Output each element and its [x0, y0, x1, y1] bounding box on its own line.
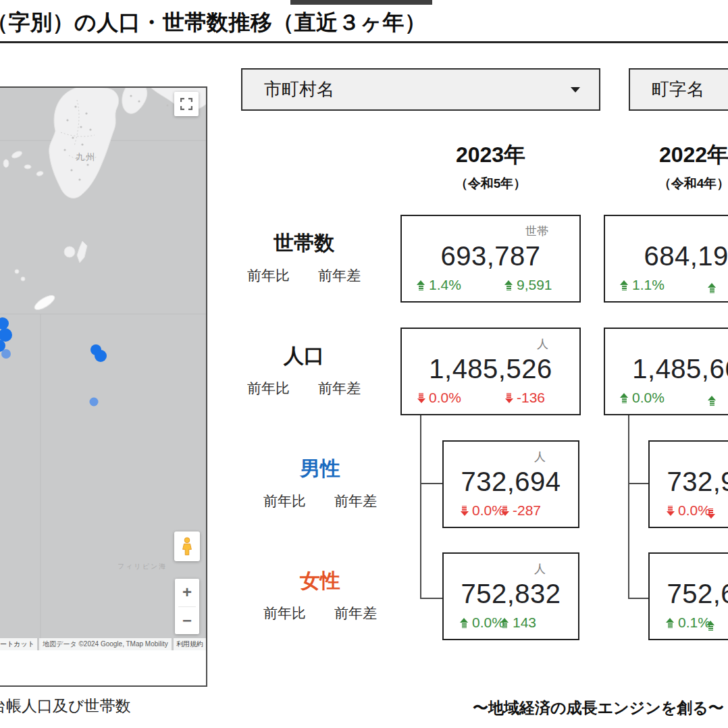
municipality-filter-dropdown[interactable]: 市町村名 — [241, 68, 600, 111]
scorecard-population-2023: 人 1,485,526 0.0% -136 — [400, 328, 581, 415]
year-label: 2022年 — [604, 140, 728, 170]
prev-year-ratio-label: 前年比 — [263, 492, 306, 511]
metric-value: 684,196 — [605, 241, 728, 271]
trend-arrow-icon — [666, 618, 675, 628]
era-label: （令和4年） — [604, 175, 728, 192]
metric-value: 1,485,526 — [402, 354, 579, 384]
zoom-out-button[interactable]: − — [175, 607, 199, 635]
trend-arrow-icon — [500, 506, 509, 516]
trend-arrow-icon — [504, 280, 513, 290]
yoy-ratio: 0.0% — [666, 502, 710, 519]
yoy-ratio: 1.1% — [620, 277, 665, 293]
trend-arrow-icon — [417, 280, 425, 290]
connector-line — [420, 415, 421, 599]
map-sea-label: フィリピン海 — [118, 562, 167, 571]
prev-year-diff-label: 前年差 — [318, 379, 361, 398]
pegman-icon — [180, 536, 194, 556]
scorecard-female-2023: 人 752,832 0.0% 143 — [442, 552, 579, 640]
dashboard: （字別）の人口・世帯数推移（直近３ヶ年） — [0, 0, 728, 728]
page-title: （字別）の人口・世帯数推移（直近３ヶ年） — [0, 8, 427, 38]
trend-arrow-icon — [620, 280, 629, 290]
map-canvas[interactable]: 九州 フィリピン海 + − ートカット 地図データ ©2024 Google, … — [0, 88, 206, 650]
trend-arrow-icon — [706, 621, 715, 631]
map-panel: 九州 フィリピン海 + − ートカット 地図データ ©2024 Google, … — [0, 86, 207, 687]
district-filter-dropdown[interactable]: 町字名 — [629, 68, 728, 111]
metric-value: 1,485,662 — [605, 354, 728, 384]
terms-of-use-link[interactable]: 利用規約 — [174, 638, 206, 650]
connector-line — [628, 598, 648, 599]
metric-value: 752,689 — [650, 579, 728, 609]
yoy-diff — [706, 621, 719, 631]
map-fullscreen-button[interactable] — [174, 92, 199, 116]
metric-value: 752,832 — [444, 579, 578, 609]
keyboard-shortcuts-link[interactable]: ートカット — [0, 638, 37, 650]
metric-value: 732,981 — [650, 467, 728, 497]
yoy-diff: 143 — [500, 615, 536, 631]
yoy-ratio: 0.0% — [460, 502, 504, 519]
connector-line — [420, 483, 442, 484]
zoom-in-button[interactable]: + — [175, 579, 199, 606]
district-filter-label: 町字名 — [652, 78, 704, 101]
trend-arrow-icon — [504, 393, 513, 403]
trend-arrow-icon — [460, 506, 469, 516]
yoy-diff: 9,591 — [504, 277, 552, 293]
yoy-diff: -136 — [504, 390, 545, 406]
map-land-shapes — [0, 88, 206, 650]
trend-arrow-icon — [417, 393, 425, 403]
trend-arrow-icon — [708, 283, 717, 293]
data-source-note: 台帳人口及び世帯数 — [0, 696, 131, 717]
unit-label: 人 — [537, 336, 548, 352]
scorecard-male-2022: 人 732,981 0.0% — [648, 440, 728, 528]
column-header-2023: 2023年 （令和5年） — [400, 140, 581, 192]
row-label-female: 女性 前年比 前年差 — [226, 567, 415, 623]
column-header-2022: 2022年 （令和4年） — [604, 140, 728, 192]
yoy-diff: -287 — [500, 502, 541, 519]
metric-value: 732,694 — [444, 467, 578, 497]
trend-arrow-icon — [666, 506, 675, 516]
row-label-households: 世帯数 前年比 前年差 — [209, 230, 398, 285]
yoy-diff — [706, 509, 719, 519]
footer-slogan: 〜地域経済の成長エンジンを創る〜 — [473, 698, 719, 719]
trend-arrow-icon — [708, 396, 717, 406]
prev-year-diff-label: 前年差 — [318, 266, 361, 285]
scorecard-households-2022: 世帯 684,196 1.1% — [604, 215, 728, 303]
connector-line — [628, 415, 629, 599]
unit-label: 世帯 — [525, 224, 548, 239]
prev-year-ratio-label: 前年比 — [247, 379, 290, 398]
map-panel-footer — [0, 650, 206, 685]
era-label: （令和5年） — [400, 175, 581, 192]
map-region-label: 九州 — [76, 151, 96, 163]
title-divider — [0, 41, 728, 43]
yoy-ratio: 0.0% — [460, 615, 504, 631]
trend-arrow-icon — [460, 618, 469, 628]
trend-arrow-icon — [706, 509, 715, 519]
map-data-credit: 地図データ ©2024 Google, TMap Mobility — [39, 638, 172, 650]
unit-label: 人 — [534, 449, 546, 465]
scorecard-male-2023: 人 732,694 0.0% -287 — [442, 440, 579, 528]
trend-arrow-icon — [620, 393, 629, 403]
top-bar-fragment — [290, 0, 432, 5]
yoy-ratio: 0.0% — [417, 390, 461, 406]
scorecard-female-2022: 人 752,689 0.1% — [648, 552, 728, 640]
yoy-ratio: 1.4% — [417, 277, 461, 293]
prev-year-diff-label: 前年差 — [334, 604, 377, 623]
yoy-diff — [708, 396, 720, 406]
map-zoom-control: + − — [175, 579, 199, 634]
connector-line — [420, 598, 442, 599]
pegman-button[interactable] — [174, 531, 200, 561]
prev-year-ratio-label: 前年比 — [263, 604, 306, 623]
scorecard-households-2023: 世帯 693,787 1.4% 9,591 — [400, 215, 581, 303]
scorecard-population-2022: 人 1,485,662 0.0% — [604, 328, 728, 415]
trend-arrow-icon — [500, 618, 509, 628]
yoy-diff — [708, 283, 720, 293]
yoy-ratio: 0.0% — [620, 390, 665, 406]
fullscreen-icon — [180, 98, 192, 110]
unit-label: 人 — [534, 561, 546, 577]
prev-year-diff-label: 前年差 — [334, 492, 377, 511]
row-label-male: 男性 前年比 前年差 — [226, 455, 415, 511]
yoy-ratio: 0.1% — [666, 615, 710, 631]
row-label-population: 人口 前年比 前年差 — [209, 342, 398, 398]
prev-year-ratio-label: 前年比 — [247, 266, 290, 285]
municipality-filter-label: 市町村名 — [264, 78, 334, 101]
metric-value: 693,787 — [402, 241, 579, 271]
